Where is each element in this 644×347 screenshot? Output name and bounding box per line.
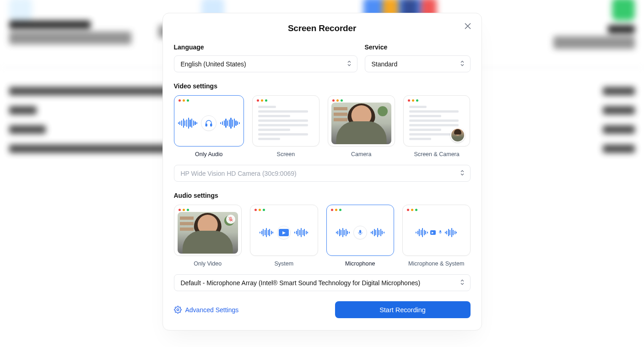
language-value: English (United States) — [181, 60, 246, 68]
close-icon — [465, 23, 471, 29]
camera-device-value: HP Wide Vision HD Camera (30c9:0069) — [181, 170, 297, 177]
microphone-device-value: Default - Microphone Array (Intel® Smart… — [181, 279, 421, 287]
mic-muted-icon — [226, 215, 235, 224]
microphone-icon — [438, 228, 443, 237]
video-option-screen[interactable] — [252, 95, 319, 146]
video-option-label: Camera — [328, 151, 395, 157]
window-controls-icon — [253, 96, 319, 103]
modal-title: Screen Recorder — [174, 23, 471, 33]
svg-rect-4 — [440, 230, 441, 233]
service-select[interactable]: Standard — [365, 55, 471, 72]
audio-waveform-icon: ▶ — [416, 228, 457, 237]
audio-waveform-icon — [178, 115, 240, 131]
advanced-settings-label: Advanced Settings — [185, 306, 239, 314]
chevron-updown-icon — [460, 279, 465, 287]
audio-option-only-video[interactable] — [174, 205, 242, 256]
video-option-screen-camera[interactable] — [403, 95, 471, 146]
audio-option-mic-system[interactable]: ▶ — [402, 205, 471, 256]
chevron-updown-icon — [460, 169, 465, 177]
screen-recorder-modal: Screen Recorder Language English (United… — [162, 13, 482, 331]
camera-device-select[interactable]: HP Wide Vision HD Camera (30c9:0069) — [174, 165, 471, 182]
language-label: Language — [174, 43, 357, 51]
svg-rect-0 — [206, 124, 207, 126]
screen-play-icon: ▶ — [277, 226, 291, 239]
window-controls-icon — [404, 96, 470, 103]
service-value: Standard — [372, 60, 398, 68]
language-select[interactable]: English (United States) — [174, 55, 357, 72]
window-controls-icon — [250, 205, 318, 213]
audio-option-label: Microphone — [326, 260, 395, 267]
advanced-settings-link[interactable]: Advanced Settings — [174, 306, 239, 314]
camera-preview-icon — [178, 212, 238, 254]
gear-icon — [174, 306, 182, 314]
video-option-label: Screen — [252, 151, 319, 157]
chevron-updown-icon — [460, 60, 465, 68]
video-option-label: Screen & Camera — [403, 151, 471, 157]
svg-rect-3 — [359, 230, 361, 233]
modal-overlay: Screen Recorder Language English (United… — [0, 0, 644, 347]
svg-rect-1 — [211, 124, 212, 126]
audio-option-label: System — [250, 260, 318, 267]
camera-preview-icon — [331, 103, 391, 144]
window-controls-icon — [174, 96, 244, 103]
audio-option-label: Only Video — [174, 260, 242, 267]
video-options: Only Audio Screen Camera — [174, 95, 471, 157]
video-option-label: Only Audio — [174, 151, 244, 157]
headphones-icon — [201, 115, 216, 131]
svg-point-5 — [177, 309, 179, 310]
audio-option-system[interactable]: ▶ — [250, 205, 318, 256]
screen-play-icon: ▶ — [430, 230, 436, 235]
chevron-updown-icon — [347, 60, 352, 68]
start-recording-button[interactable]: Start Recording — [335, 301, 471, 318]
audio-option-microphone[interactable] — [326, 205, 395, 256]
microphone-device-select[interactable]: Default - Microphone Array (Intel® Smart… — [174, 274, 471, 291]
document-lines-icon — [253, 103, 319, 146]
video-option-only-audio[interactable] — [174, 95, 244, 146]
video-option-camera[interactable] — [328, 95, 395, 146]
window-controls-icon — [403, 205, 470, 213]
close-button[interactable] — [462, 21, 473, 32]
audio-waveform-icon — [336, 226, 384, 239]
audio-option-label: Microphone & System — [402, 260, 471, 267]
video-settings-label: Video settings — [174, 82, 471, 90]
audio-waveform-icon: ▶ — [260, 226, 308, 239]
microphone-icon — [353, 226, 367, 239]
window-controls-icon — [327, 205, 394, 213]
audio-settings-label: Audio settings — [174, 192, 471, 199]
audio-options: Only Video ▶ System — [174, 205, 471, 267]
service-label: Service — [365, 43, 471, 51]
